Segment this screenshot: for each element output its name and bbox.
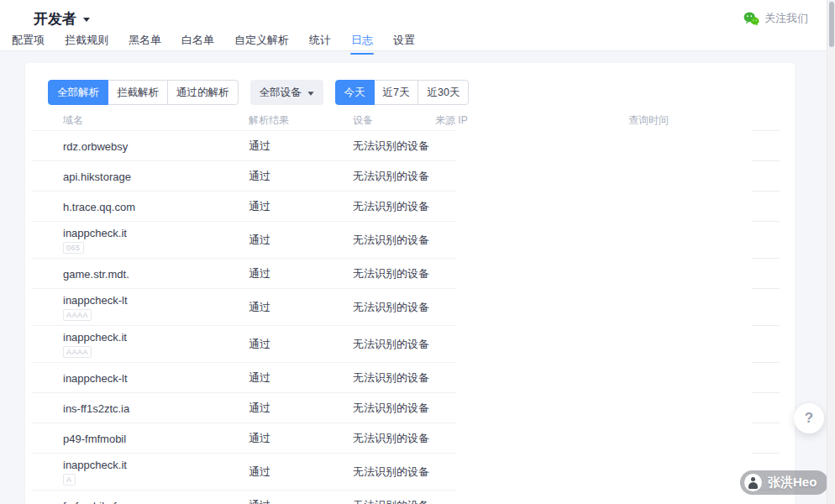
cell-source-ip <box>435 393 628 423</box>
cell-domain: inappcheck-lt AAAA <box>25 289 249 326</box>
cell-result: 通过 <box>249 131 353 161</box>
cell-result: 通过 <box>249 454 353 491</box>
cell-device: 无法识别的设备 <box>353 454 435 491</box>
watermark-avatar <box>744 474 762 491</box>
table-row: h.trace.qq.com 通过 无法识别的设备 <box>25 192 795 222</box>
cell-result: 通过 <box>249 161 353 192</box>
cell-query-time <box>628 131 795 161</box>
domain-text: ins-ff1s2ztc.ia <box>63 402 249 415</box>
record-type-badge: AAAA <box>63 346 92 358</box>
workspace-switcher[interactable]: 开发者 <box>34 9 90 29</box>
table-row: rdz.orbwebsy 通过 无法识别的设备 <box>25 131 795 161</box>
tab-statistics[interactable]: 统计 <box>308 29 332 55</box>
device-filter-label: 全部设备 <box>260 86 302 100</box>
table-row: inappcheck-lt 通过 无法识别的设备 <box>25 363 795 393</box>
domain-text: inappcheck-lt <box>63 372 249 385</box>
time-filter-7days[interactable]: 近7天 <box>374 80 419 105</box>
domain-text: inappcheck.it <box>63 459 249 471</box>
scrollbar-track[interactable] <box>827 0 835 504</box>
tab-settings[interactable]: 设置 <box>392 29 416 55</box>
cell-result: 通过 <box>249 326 353 363</box>
cell-query-time <box>628 393 795 423</box>
help-button[interactable]: ? <box>794 403 824 433</box>
cell-result: 通过 <box>249 491 353 504</box>
tab-blacklist[interactable]: 黑名单 <box>128 29 162 55</box>
time-filter-today[interactable]: 今天 <box>335 80 375 105</box>
cell-domain: rdz.orbwebsy <box>25 131 249 161</box>
table-body: rdz.orbwebsy 通过 无法识别的设备 api.hikstorage 通… <box>25 131 795 504</box>
cell-device: 无法识别的设备 <box>353 131 435 161</box>
cell-result: 通过 <box>249 363 353 393</box>
filter-blocked-queries[interactable]: 拦截解析 <box>108 80 168 105</box>
domain-text: p49-fmfmobil <box>63 433 249 445</box>
col-header-device: 设备 <box>353 113 435 128</box>
cell-device: 无法识别的设备 <box>353 289 435 326</box>
record-type-badge: A <box>63 474 76 486</box>
tab-config[interactable]: 配置项 <box>11 29 45 55</box>
cell-source-ip <box>435 423 628 454</box>
tab-custom-dns[interactable]: 自定义解析 <box>234 29 290 55</box>
table-header: 域名 解析结果 设备 来源 IP 查询时间 <box>25 109 795 131</box>
cell-query-time <box>628 363 795 393</box>
cell-device: 无法识别的设备 <box>353 259 435 289</box>
col-header-source-ip: 来源 IP <box>435 113 628 128</box>
cell-device: 无法识别的设备 <box>353 222 435 259</box>
scrollbar-thumb[interactable] <box>829 2 834 47</box>
time-filter-30days[interactable]: 近30天 <box>418 80 469 105</box>
nav-tabs: 配置项 拦截规则 黑名单 白名单 自定义解析 统计 日志 设置 <box>0 29 835 55</box>
cell-query-time <box>628 259 795 289</box>
cell-device: 无法识别的设备 <box>353 161 435 192</box>
time-filter-group: 今天 近7天 近30天 <box>335 80 470 105</box>
wechat-icon <box>743 12 759 26</box>
table-row: inappcheck-lt AAAA 通过 无法识别的设备 <box>25 289 795 326</box>
cell-domain: ins-ff1s2ztc.ia <box>25 393 249 423</box>
cell-result: 通过 <box>249 289 353 326</box>
watermark: 张洪Heo <box>740 470 828 495</box>
question-mark-icon: ? <box>805 410 813 427</box>
table-row: inappcheck.it 065 通过 无法识别的设备 <box>25 222 795 259</box>
cell-query-time <box>628 222 795 259</box>
domain-text: rdz.orbwebsy <box>63 140 249 153</box>
chevron-down-icon <box>307 92 313 96</box>
filter-all-queries[interactable]: 全部解析 <box>48 80 108 105</box>
cell-source-ip <box>435 131 628 161</box>
cell-domain: game.str.mdt. <box>25 259 249 289</box>
cell-result: 通过 <box>249 259 353 289</box>
cell-device: 无法识别的设备 <box>353 491 435 504</box>
table-row: api.hikstorage 通过 无法识别的设备 <box>25 161 795 192</box>
cell-domain: h.trace.qq.com <box>25 192 249 222</box>
query-type-filter-group: 全部解析 拦截解析 通过的解析 <box>48 80 239 105</box>
cell-source-ip <box>435 161 628 192</box>
filter-passed-queries[interactable]: 通过的解析 <box>167 80 239 105</box>
cell-domain: inappcheck.it A <box>25 454 249 491</box>
chevron-down-icon <box>83 18 90 22</box>
device-filter-dropdown[interactable]: 全部设备 <box>250 80 323 105</box>
tab-whitelist[interactable]: 白名单 <box>181 29 215 55</box>
cell-source-ip <box>435 222 628 259</box>
person-icon <box>748 477 759 488</box>
domain-text: inappcheck.it <box>63 331 249 344</box>
record-type-badge: AAAA <box>63 309 92 321</box>
follow-us-button[interactable]: 关注我们 <box>743 11 808 26</box>
watermark-label: 张洪Heo <box>768 475 817 491</box>
domain-text: inappcheck.it <box>63 227 249 239</box>
col-header-domain: 域名 <box>25 113 249 128</box>
cell-source-ip <box>435 192 628 222</box>
cell-device: 无法识别的设备 <box>353 326 435 363</box>
cell-result: 通过 <box>249 192 353 222</box>
tab-block-rules[interactable]: 拦截规则 <box>64 29 109 55</box>
table-row: p49-fmfmobil 通过 无法识别的设备 <box>25 423 795 454</box>
page-title: 开发者 <box>34 9 76 29</box>
record-type-badge: 065 <box>63 242 84 254</box>
table-row: inappcheck.it AAAA 通过 无法识别的设备 <box>25 326 795 363</box>
cell-query-time <box>628 289 795 326</box>
cell-source-ip <box>435 491 628 504</box>
cell-result: 通过 <box>249 393 353 423</box>
cell-domain: fmfmobile.fe.a <box>25 491 249 504</box>
cell-source-ip <box>435 326 628 363</box>
cell-source-ip <box>435 289 628 326</box>
filter-bar: 全部解析 拦截解析 通过的解析 全部设备 今天 近7天 近30天 <box>48 80 469 105</box>
domain-text: h.trace.qq.com <box>63 201 249 213</box>
cell-result: 通过 <box>249 423 353 454</box>
tab-logs[interactable]: 日志 <box>350 29 374 55</box>
